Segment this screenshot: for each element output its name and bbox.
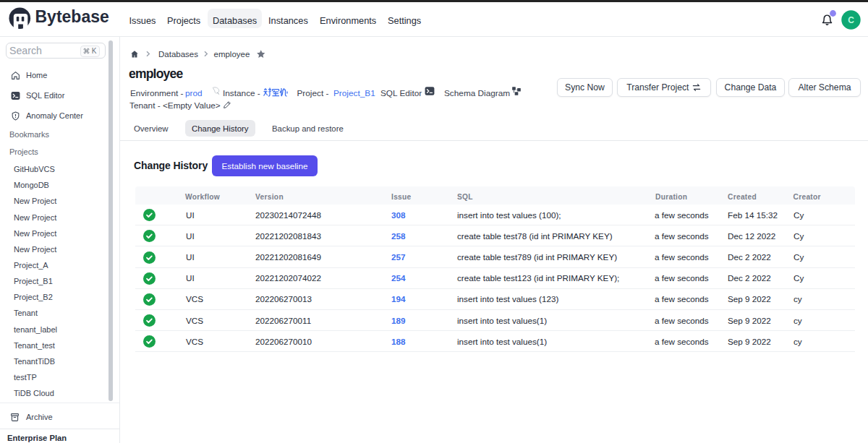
svg-text:C: C (848, 15, 854, 25)
